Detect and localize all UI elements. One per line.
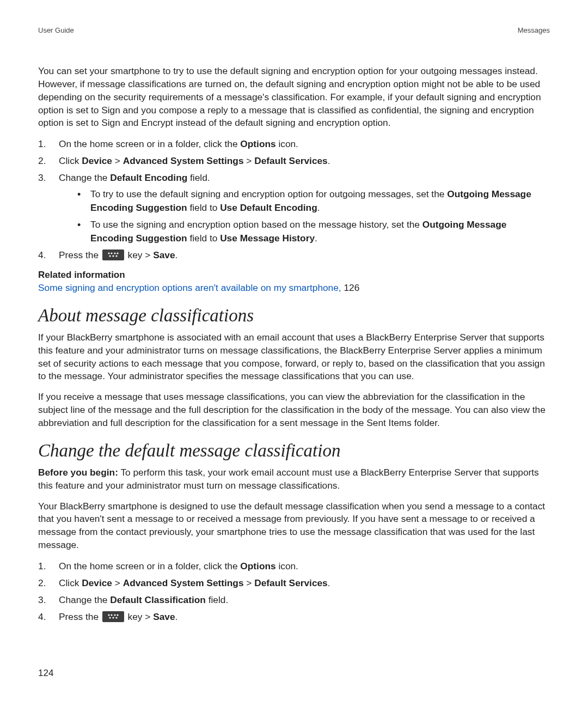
related-info-line: Some signing and encryption options aren… — [38, 282, 550, 295]
svg-point-4 — [109, 255, 111, 257]
step-item: On the home screen or in a folder, click… — [38, 559, 550, 573]
svg-point-0 — [108, 252, 109, 254]
bullet-text: field to — [187, 202, 220, 213]
step-text: Advanced System Settings — [123, 155, 244, 166]
step-text: Device — [82, 577, 112, 588]
step-text: On the home screen or in a folder, click… — [59, 138, 240, 149]
related-info-heading: Related information — [38, 270, 550, 281]
step-item: Press the key > Save. — [38, 610, 550, 624]
svg-point-3 — [117, 252, 118, 254]
step-item: Press the key > Save. — [38, 248, 550, 262]
bullet-item: To try to use the default signing and en… — [74, 187, 550, 215]
svg-point-10 — [117, 614, 118, 616]
bullet-text: To use the signing and encryption option… — [90, 219, 422, 230]
step-item: Click Device > Advanced System Settings … — [38, 154, 550, 168]
bullet-text: Use Message History — [220, 233, 315, 244]
header-left: User Guide — [38, 26, 74, 34]
bullet-text: Use Default Encoding — [220, 202, 317, 213]
svg-point-6 — [115, 255, 117, 257]
page-header: User Guide Messages — [38, 26, 550, 34]
svg-point-12 — [112, 617, 114, 619]
step-text: > — [244, 577, 255, 588]
step-text: Change the — [59, 594, 110, 605]
section2-p2: If you receive a message that uses messa… — [38, 391, 550, 430]
header-right: Messages — [518, 26, 550, 34]
bullet-text: field to — [187, 233, 220, 244]
step-text: Click — [59, 577, 82, 588]
page-number: 124 — [38, 668, 53, 679]
blackberry-key-icon — [102, 249, 124, 260]
sub-bullets: To try to use the default signing and en… — [59, 187, 550, 245]
bullet-item: To use the signing and encryption option… — [74, 218, 550, 245]
step-text: Default Classification — [110, 594, 206, 605]
step-text: Press the — [59, 249, 101, 260]
svg-point-2 — [114, 252, 115, 254]
svg-point-1 — [111, 252, 112, 254]
svg-point-11 — [109, 617, 111, 619]
step-text: field. — [206, 594, 228, 605]
bullet-text: . — [315, 233, 317, 244]
step-text: Default Services — [254, 577, 327, 588]
step-text: . — [328, 155, 330, 166]
step-text: field. — [187, 172, 210, 183]
step-text: > — [112, 577, 123, 588]
step-text: Save — [153, 249, 175, 260]
step-text: > — [112, 155, 123, 166]
svg-point-9 — [114, 614, 115, 616]
step-text: Default Services — [254, 155, 327, 166]
step-text: > — [244, 155, 255, 166]
step-text: Options — [240, 561, 275, 571]
related-link[interactable]: Some signing and encryption options aren… — [38, 282, 344, 293]
step-text: Click — [59, 155, 82, 166]
section-title-change-default: Change the default message classificatio… — [38, 441, 550, 461]
step-text: key > — [125, 611, 153, 622]
before-you-begin: Before you begin: To perform this task, … — [38, 466, 550, 492]
blackberry-key-icon — [102, 611, 124, 622]
related-page: 126 — [344, 282, 359, 293]
bullet-text: . — [317, 202, 320, 213]
step-text: On the home screen or in a folder, click… — [59, 561, 240, 571]
before-label: Before you begin: — [38, 467, 118, 478]
step-text: Save — [153, 611, 175, 622]
step-text: Default Encoding — [110, 172, 187, 183]
step-item: Click Device > Advanced System Settings … — [38, 576, 550, 590]
step-text: . — [175, 249, 178, 260]
step-text: icon. — [276, 561, 298, 571]
step-item: Change the Default Encoding field. To tr… — [38, 171, 550, 245]
step-text: Change the — [59, 172, 110, 183]
step-text: Press the — [59, 611, 101, 622]
steps-list-2: On the home screen or in a folder, click… — [38, 559, 550, 624]
bullet-text: To try to use the default signing and en… — [90, 188, 447, 199]
step-text: . — [175, 611, 178, 622]
step-text: Advanced System Settings — [123, 577, 244, 588]
step-text: . — [328, 577, 330, 588]
step-text: key > — [125, 249, 153, 260]
section3-p2: Your BlackBerry smartphone is designed t… — [38, 500, 550, 552]
svg-point-8 — [111, 614, 112, 616]
step-item: Change the Default Classification field. — [38, 593, 550, 607]
step-text: icon. — [276, 138, 298, 149]
steps-list-1: On the home screen or in a folder, click… — [38, 137, 550, 262]
svg-point-7 — [108, 614, 109, 616]
step-text: Options — [240, 138, 275, 149]
section-title-classifications: About message classifications — [38, 306, 550, 326]
step-item: On the home screen or in a folder, click… — [38, 137, 550, 151]
intro-paragraph: You can set your smartphone to try to us… — [38, 65, 550, 130]
svg-point-13 — [115, 617, 117, 619]
section2-p1: If your BlackBerry smartphone is associa… — [38, 331, 550, 383]
svg-point-5 — [112, 255, 114, 257]
step-text: Device — [82, 155, 112, 166]
